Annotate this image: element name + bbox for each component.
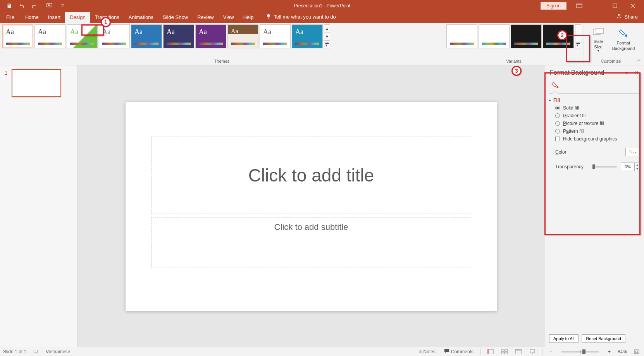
title-placeholder[interactable]: Click to add title	[151, 137, 471, 214]
slide-canvas[interactable]: Click to add title Click to add subtitle	[126, 102, 497, 311]
tell-me-label: Tell me what you want to do	[274, 14, 336, 20]
collapse-ribbon-icon[interactable]	[636, 58, 642, 63]
svg-rect-16	[501, 352, 504, 354]
notes-icon: ≡	[419, 349, 422, 354]
normal-view-icon[interactable]	[486, 348, 495, 355]
radio-pattern-fill[interactable]: Pattern fill	[555, 128, 640, 134]
themes-gallery-arrows: ▴ ▾ ▬▾	[324, 24, 330, 48]
slide-counter[interactable]: Slide 1 of 1	[3, 349, 26, 354]
share-button[interactable]: Share	[610, 11, 644, 23]
tab-insert[interactable]: Insert	[43, 12, 65, 23]
transparency-value: 0%	[621, 163, 634, 171]
reset-background-button[interactable]: Reset Background	[582, 334, 625, 343]
customize-group-label: Customize	[586, 59, 635, 64]
slide-sorter-view-icon[interactable]	[500, 348, 509, 355]
theme-thumb-2[interactable]: Aa	[34, 24, 65, 48]
spin-down-icon[interactable]: ▼	[635, 167, 640, 171]
tab-file[interactable]: File	[0, 12, 21, 23]
variant-thumb-3[interactable]	[511, 24, 542, 48]
notes-button[interactable]: ≡Notes	[418, 349, 437, 354]
check-hide-graphics[interactable]: Hide background graphics	[555, 136, 640, 142]
language-indicator[interactable]: Vietnamese	[46, 349, 70, 354]
reading-view-icon[interactable]	[514, 348, 523, 355]
theme-thumb-10[interactable]: Aa	[292, 24, 323, 48]
variants-up-icon[interactable]	[575, 25, 581, 40]
zoom-level[interactable]: 84%	[618, 349, 627, 354]
tab-transitions[interactable]: Transitions	[90, 12, 124, 23]
theme-thumb-1[interactable]: Aa	[2, 24, 33, 48]
color-label: Color	[555, 149, 589, 155]
slide-navigator[interactable]: 1	[0, 65, 77, 347]
slide-editor[interactable]: Click to add title Click to add subtitle	[77, 65, 545, 347]
tab-slideshow[interactable]: Slide Show	[158, 12, 193, 23]
themes-more-icon[interactable]: ▬▾	[324, 41, 330, 48]
save-icon[interactable]	[4, 0, 15, 11]
tell-me-search[interactable]: Tell me what you want to do	[266, 11, 336, 23]
redo-icon[interactable]	[29, 0, 40, 11]
fill-section-header[interactable]: ▸ Fill	[545, 96, 644, 104]
tab-review[interactable]: Review	[193, 12, 219, 23]
radio-picture-fill[interactable]: Picture or texture fill	[555, 121, 640, 126]
maximize-icon[interactable]	[606, 0, 624, 12]
slide-size-button[interactable]: Slide Size ▾	[586, 24, 610, 55]
tab-home[interactable]: Home	[21, 12, 43, 23]
transparency-slider[interactable]	[592, 166, 617, 168]
fit-to-window-icon[interactable]	[632, 348, 641, 355]
tab-help[interactable]: Help	[239, 12, 258, 23]
signin-button[interactable]: Sign in	[541, 2, 567, 10]
theme-thumb-7[interactable]: Aa	[195, 24, 226, 48]
transparency-label: Transparency	[555, 164, 589, 169]
undo-icon[interactable]	[16, 0, 27, 11]
tab-view[interactable]: View	[219, 12, 239, 23]
slideshow-view-icon[interactable]	[528, 348, 537, 355]
theme-thumb-3[interactable]: Aa	[67, 24, 98, 48]
workspace: 1 Click to add title Click to add subtit…	[0, 65, 644, 347]
panel-close-icon[interactable]: ✕	[633, 69, 640, 76]
slide-thumbnail-1[interactable]	[12, 69, 61, 97]
themes-up-icon[interactable]: ▴	[324, 25, 330, 33]
share-icon	[616, 14, 622, 20]
check-hide-label: ide background graphics	[567, 136, 617, 142]
panel-options-icon[interactable]: ▾	[623, 69, 630, 76]
zoom-slider[interactable]	[561, 351, 599, 353]
quick-access-toolbar	[0, 0, 72, 11]
paint-bucket-icon	[629, 149, 634, 156]
themes-down-icon[interactable]: ▾	[324, 33, 330, 40]
radio-picture-label: icture or texture fill	[566, 121, 604, 126]
theme-thumb-4[interactable]: Aa	[99, 24, 130, 48]
variant-thumb-1[interactable]	[446, 24, 477, 48]
tab-animations[interactable]: Animations	[124, 12, 158, 23]
start-from-beginning-icon[interactable]	[45, 0, 55, 11]
transparency-spinner[interactable]: 0% ▲▼	[621, 163, 640, 171]
apply-to-all-button[interactable]: Apply to All	[549, 334, 579, 343]
qat-customize-icon[interactable]	[57, 0, 68, 11]
comments-button[interactable]: Comments	[443, 349, 475, 354]
radio-gradient-fill[interactable]: Gradient fill	[555, 113, 640, 118]
variant-thumb-4[interactable]	[543, 24, 574, 48]
theme-thumb-9[interactable]: Aa	[260, 24, 291, 48]
zoom-in-button[interactable]: +	[606, 349, 612, 354]
themes-group-label: Themes	[2, 59, 441, 64]
variant-thumb-2[interactable]	[479, 24, 510, 48]
tab-design[interactable]: Design	[65, 12, 90, 23]
minimize-icon[interactable]	[588, 0, 606, 12]
svg-rect-13	[487, 349, 489, 354]
subtitle-placeholder[interactable]: Click to add subtitle	[151, 217, 471, 267]
color-picker-button[interactable]: ▾	[625, 148, 640, 156]
theme-thumb-6[interactable]: Aa	[163, 24, 194, 48]
zoom-out-button[interactable]: −	[548, 349, 554, 354]
theme-thumb-8[interactable]: Aa	[227, 24, 258, 48]
svg-rect-21	[634, 350, 639, 354]
close-icon[interactable]	[624, 0, 642, 12]
fill-tab-icon[interactable]	[550, 80, 561, 91]
svg-rect-19	[515, 349, 522, 351]
spellcheck-icon[interactable]	[32, 349, 40, 354]
format-background-button[interactable]: Format Background	[611, 24, 635, 55]
panel-title: Format Background	[550, 69, 620, 76]
theme-thumb-5[interactable]: Aa	[131, 24, 162, 48]
variants-gallery-arrows: ▬▾	[575, 24, 581, 48]
ribbon-display-options-icon[interactable]	[570, 0, 588, 12]
spin-up-icon[interactable]: ▲	[635, 163, 640, 167]
radio-solid-fill[interactable]: Solid fill	[555, 105, 640, 111]
variants-more-icon[interactable]: ▬▾	[575, 40, 581, 48]
